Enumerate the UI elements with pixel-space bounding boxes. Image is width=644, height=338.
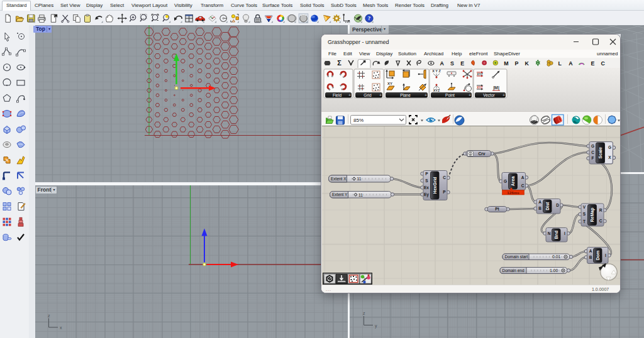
svg-text:Extent Y: Extent Y [332, 192, 348, 197]
svg-text:XY: XY [387, 82, 392, 85]
svg-text:Vector: Vector [483, 93, 495, 97]
svg-text:Pt: Pt [495, 207, 499, 211]
svg-text:A: A [538, 200, 541, 204]
svg-text:C: C [443, 175, 446, 180]
svg-text:Dom: Dom [596, 251, 600, 261]
svg-text:Domain end: Domain end [502, 268, 525, 273]
svg-text:E: E [460, 60, 464, 67]
svg-text:XYZ: XYZ [477, 72, 483, 76]
svg-text:Scale: Scale [598, 147, 602, 158]
svg-text:Dist: Dist [545, 202, 550, 210]
svg-text:S: S [425, 178, 428, 183]
svg-text:B: B [589, 255, 592, 259]
svg-text:Extent X: Extent X [331, 177, 347, 181]
svg-text:D: D [556, 203, 559, 207]
svg-text:A: A [569, 60, 573, 67]
svg-text:x: x [60, 325, 62, 330]
svg-text:Area: Area [511, 177, 515, 187]
svg-text:P: P [514, 60, 518, 67]
svg-text:X Y Z: X Y Z [432, 69, 441, 73]
svg-text:?: ? [368, 15, 371, 21]
svg-text:C: C [521, 183, 525, 188]
svg-text:A: A [589, 249, 592, 253]
svg-text:Ey: Ey [424, 192, 429, 197]
svg-text:126ms: 126ms [507, 190, 519, 195]
svg-text:+: + [379, 93, 382, 97]
svg-text:Plane: Plane [400, 93, 411, 97]
svg-text:z: z [363, 311, 365, 315]
svg-text:11: 11 [357, 177, 362, 181]
svg-text:Σ: Σ [337, 59, 341, 67]
svg-text:I: I [605, 253, 606, 258]
svg-text:A: A [440, 60, 444, 67]
svg-text:Domain start: Domain start [505, 254, 528, 259]
svg-text:Grid: Grid [364, 93, 372, 97]
svg-text:XYZ: XYZ [433, 89, 440, 92]
svg-text:C: C [601, 60, 606, 67]
svg-text:C: C [599, 219, 602, 223]
svg-text:V: V [583, 205, 586, 209]
svg-text:L: L [558, 60, 562, 67]
svg-text:|M|: |M| [493, 85, 499, 90]
svg-text:Crv: Crv [479, 151, 486, 156]
svg-text:E: E [591, 60, 594, 67]
svg-text:A: A [521, 175, 525, 180]
svg-text:P: P [425, 172, 428, 176]
svg-text:85%: 85% [353, 117, 364, 123]
svg-text:F: F [592, 156, 594, 160]
svg-text:y: y [375, 324, 377, 329]
svg-text:P: P [443, 190, 446, 194]
svg-text:1.00: 1.00 [550, 268, 558, 273]
svg-text:+: + [348, 93, 351, 97]
svg-text:+: + [425, 93, 427, 97]
svg-text:I: I [564, 231, 565, 236]
svg-text:XYZ: XYZ [477, 85, 483, 89]
svg-text:Point: Point [445, 93, 455, 97]
svg-text:R: R [599, 208, 602, 212]
svg-text:N: N [548, 231, 551, 236]
svg-text:G: G [504, 179, 507, 183]
svg-text:C: C [591, 150, 594, 155]
svg-text:HexGrid: HexGrid [433, 177, 437, 194]
svg-text:B: B [538, 206, 541, 210]
svg-text:S: S [450, 60, 454, 67]
svg-text:+: + [502, 93, 505, 97]
svg-text:ReMap: ReMap [590, 208, 595, 222]
svg-text:G: G [608, 145, 611, 150]
svg-text:G: G [591, 144, 594, 148]
svg-text:M: M [504, 60, 508, 67]
svg-text:Field: Field [333, 93, 341, 97]
svg-text:T: T [583, 219, 586, 224]
svg-text:S: S [583, 212, 586, 216]
svg-text:+: + [469, 93, 471, 97]
svg-text:0.01: 0.01 [552, 254, 560, 259]
svg-text:Ex: Ex [424, 185, 429, 190]
svg-text:11: 11 [358, 193, 363, 197]
svg-text:X: X [608, 155, 611, 160]
svg-text:Bnd: Bnd [554, 231, 558, 239]
svg-text:z: z [48, 313, 50, 317]
svg-text:K: K [525, 60, 529, 67]
